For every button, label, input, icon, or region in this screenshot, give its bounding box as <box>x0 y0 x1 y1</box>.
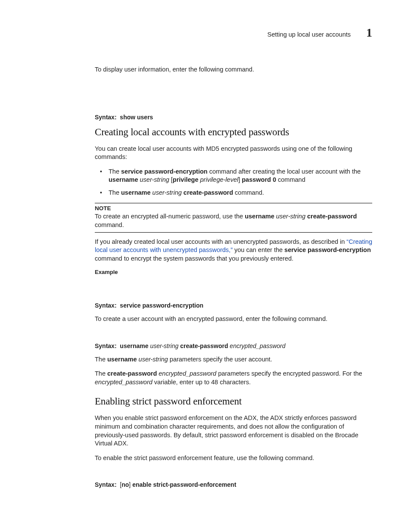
syntax-command: show users <box>120 114 153 121</box>
syntax-label: Syntax: <box>95 114 117 121</box>
sec1-p5: The create-password encrypted_password p… <box>95 370 372 386</box>
syntax-username-create: Syntax: username user-string create-pass… <box>95 342 372 349</box>
spacer <box>95 330 372 342</box>
syntax-show-users: Syntax: show users <box>95 114 372 121</box>
note-label: NOTE <box>95 205 372 212</box>
intro-paragraph: To display user information, enter the f… <box>95 65 372 74</box>
spacer <box>95 80 372 114</box>
sec1-p4: The username user-string parameters spec… <box>95 355 372 364</box>
sec2-p2: To enable the strict password enforcemen… <box>95 454 372 463</box>
header-section-title: Setting up local user accounts <box>268 31 351 38</box>
sec2-p1: When you enable strict password enforcem… <box>95 414 372 448</box>
document-page: Setting up local user accounts 1 To disp… <box>0 0 411 529</box>
page-header: Setting up local user accounts 1 <box>95 26 372 40</box>
section-heading-strict: Enabling strict password enforcement <box>95 396 372 407</box>
note-block: NOTE To create an encrypted all-numeric … <box>95 203 372 232</box>
section-heading-encrypted: Creating local accounts with encrypted p… <box>95 127 372 138</box>
list-item: The username user-string create-password… <box>95 189 372 197</box>
command-list: The service password-encryption command … <box>95 168 372 197</box>
spacer <box>95 468 372 481</box>
sec1-p2: If you already created local user accoun… <box>95 238 372 263</box>
example-label: Example <box>95 269 372 275</box>
syntax-service-pwd: Syntax: service password-encryption <box>95 302 372 309</box>
spacer <box>95 281 372 302</box>
list-item: The service password-encryption command … <box>95 168 372 184</box>
syntax-strict-enforcement: Syntax: [no] enable strict-password-enfo… <box>95 481 372 488</box>
note-text: To create an encrypted all-numeric passw… <box>95 212 372 229</box>
chapter-number: 1 <box>366 26 372 40</box>
sec1-intro: You can create local user accounts with … <box>95 145 372 162</box>
sec1-p3: To create a user account with an encrypt… <box>95 315 372 324</box>
